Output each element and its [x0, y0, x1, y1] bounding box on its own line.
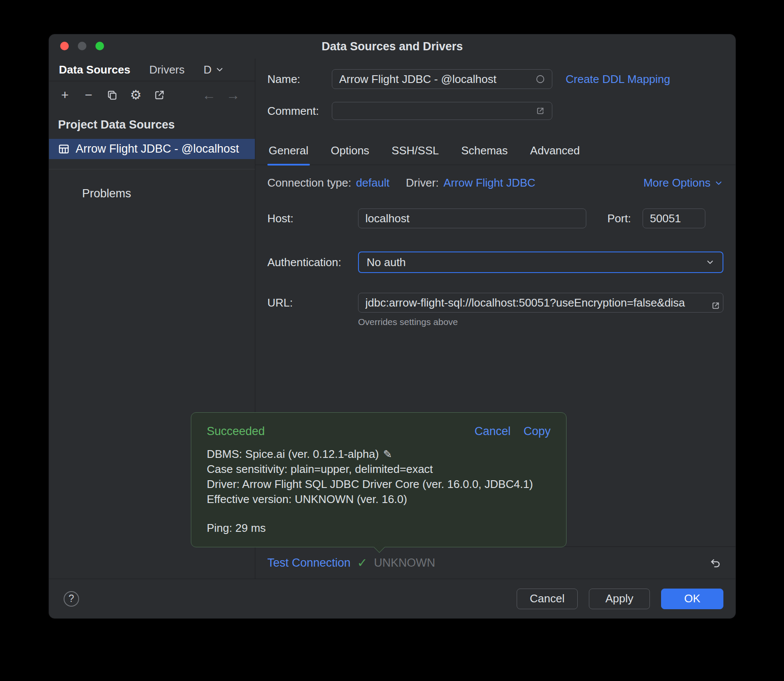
ok-button[interactable]: OK [661, 589, 723, 609]
more-options-link[interactable]: More Options [643, 176, 723, 190]
driver-line: Driver: Arrow Flight SQL JDBC Driver Cor… [207, 477, 551, 492]
authentication-value: No auth [367, 256, 406, 269]
connection-result-text: UNKNOWN [374, 556, 435, 570]
comment-label: Comment: [267, 104, 332, 118]
authentication-label: Authentication: [267, 256, 358, 269]
host-input[interactable]: localhost [358, 209, 586, 228]
tab-options[interactable]: Options [330, 144, 371, 165]
sidebar-tabs: Data Sources Drivers D [49, 58, 255, 81]
test-connection-result-popup: Succeeded Cancel Copy DBMS: Spice.ai (ve… [191, 412, 567, 547]
duplicate-icon[interactable] [106, 89, 119, 101]
data-sources-dialog: Data Sources and Drivers Data Sources Dr… [49, 34, 736, 619]
popup-cancel-link[interactable]: Cancel [475, 425, 511, 438]
tab-schemas[interactable]: Schemas [460, 144, 509, 165]
url-input[interactable]: jdbc:arrow-flight-sql://localhost:50051?… [358, 293, 723, 313]
dialog-footer: ? Cancel Apply OK [49, 579, 735, 618]
expand-comment-icon[interactable] [536, 106, 545, 116]
chevron-down-icon [714, 178, 723, 188]
dbms-line: DBMS: Spice.ai (ver. 0.12.1-alpha)✎ [207, 447, 551, 462]
minimize-window-button[interactable] [78, 42, 86, 50]
window-title: Data Sources and Drivers [322, 40, 463, 53]
driver-value-link[interactable]: Arrow Flight JDBC [444, 176, 536, 190]
connection-type-value[interactable]: default [356, 176, 389, 190]
tab-drivers[interactable]: Drivers [149, 63, 184, 77]
remove-datasource-icon[interactable]: − [82, 89, 95, 101]
create-ddl-mapping-link[interactable]: Create DDL Mapping [566, 73, 670, 86]
test-connection-bar: Test Connection ✓ UNKNOWN [255, 546, 735, 579]
host-label: Host: [267, 212, 358, 225]
tab-ddl-overflow-label: D [204, 63, 212, 77]
back-icon[interactable]: ← [202, 89, 215, 101]
effective-version-line: Effective version: UNKNOWN (ver. 16.0) [207, 492, 551, 507]
chevron-down-icon [215, 65, 224, 74]
sidebar-item-problems[interactable]: Problems [49, 187, 255, 200]
tab-advanced[interactable]: Advanced [529, 144, 581, 165]
connection-type-label: Connection type: [267, 176, 351, 190]
export-icon[interactable] [153, 89, 166, 101]
success-check-icon: ✓ [357, 555, 368, 570]
tab-ssh-ssl[interactable]: SSH/SSL [390, 144, 440, 165]
url-value: jdbc:arrow-flight-sql://localhost:50051?… [365, 296, 704, 310]
tab-data-sources[interactable]: Data Sources [59, 63, 130, 77]
datasource-item-arrow-flight[interactable]: Arrow Flight JDBC - @localhost [49, 139, 255, 159]
forward-icon[interactable]: → [227, 89, 239, 101]
apply-button[interactable]: Apply [589, 589, 650, 609]
comment-input[interactable] [332, 102, 552, 120]
host-value: localhost [365, 212, 410, 225]
name-input[interactable]: Arrow Flight JDBC - @localhost [332, 69, 552, 89]
settings-tabs: General Options SSH/SSL Schemas Advanced [255, 144, 735, 165]
datasource-item-label: Arrow Flight JDBC - @localhost [76, 142, 239, 156]
zoom-window-button[interactable] [95, 42, 104, 50]
port-value: 50051 [650, 212, 681, 225]
datasource-color-icon[interactable] [536, 74, 545, 84]
more-options-label: More Options [643, 176, 710, 190]
expand-url-icon[interactable] [711, 301, 720, 310]
add-datasource-icon[interactable]: + [58, 89, 71, 101]
status-succeeded: Succeeded [207, 425, 265, 438]
gear-icon[interactable]: ⚙ [129, 89, 142, 101]
history-arrows: ← → [202, 89, 239, 101]
test-connection-link[interactable]: Test Connection [267, 556, 351, 570]
pencil-icon[interactable]: ✎ [383, 448, 392, 460]
titlebar: Data Sources and Drivers [49, 34, 735, 58]
ping-line: Ping: 29 ms [207, 521, 551, 536]
undo-icon[interactable] [710, 557, 722, 569]
traffic-lights [60, 42, 104, 50]
authentication-select[interactable]: No auth [358, 252, 723, 273]
case-sensitivity-line: Case sensitivity: plain=upper, delimited… [207, 462, 551, 477]
tab-general[interactable]: General [267, 144, 310, 165]
close-window-button[interactable] [60, 42, 69, 50]
url-hint: Overrides settings above [255, 313, 735, 327]
cancel-button[interactable]: Cancel [517, 589, 578, 609]
name-label: Name: [267, 73, 332, 86]
sidebar-divider [49, 169, 255, 169]
sidebar-toolbar: + − ⚙ ← → [49, 81, 255, 109]
table-icon [58, 143, 70, 155]
popup-copy-link[interactable]: Copy [524, 425, 551, 438]
driver-label: Driver: [406, 176, 439, 190]
chevron-down-icon [705, 258, 715, 267]
help-icon[interactable]: ? [64, 591, 79, 607]
port-label: Port: [607, 212, 643, 225]
name-value: Arrow Flight JDBC - @localhost [339, 73, 536, 86]
port-input[interactable]: 50051 [643, 209, 705, 228]
project-data-sources-heading: Project Data Sources [49, 109, 255, 132]
tab-ddl-overflow[interactable]: D [204, 63, 225, 77]
url-label: URL: [267, 296, 358, 310]
